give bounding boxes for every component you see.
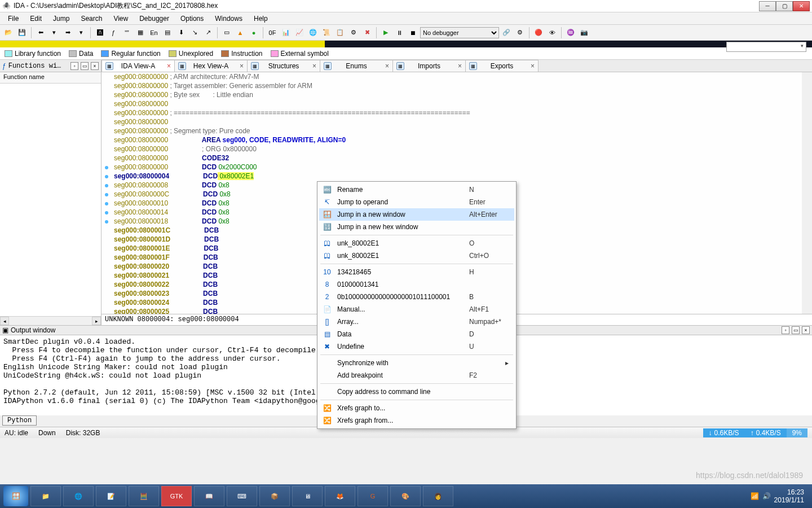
tab-enums[interactable]: ▦Enums× — [320, 60, 393, 72]
play-icon[interactable]: ▶ — [379, 27, 392, 39]
ctx-0b1000000000000000001011100001[interactable]: 20b1000000000000000001011100001B — [319, 291, 514, 303]
tb-ida[interactable]: 👩 — [423, 486, 453, 506]
pause-icon[interactable]: ⏸ — [393, 27, 405, 39]
ctx-copy-address-to-command-line[interactable]: Copy address to command line — [319, 386, 514, 398]
debugger-select[interactable]: No debugger — [420, 27, 499, 38]
tb-calc[interactable]: 🧮 — [129, 486, 159, 506]
functions-icon[interactable]: ƒ — [107, 27, 120, 39]
hex-icon[interactable]: 0F — [266, 27, 279, 39]
cancel-icon[interactable]: ✖ — [361, 27, 373, 39]
tab-structures[interactable]: ▦Structures× — [247, 60, 320, 72]
tab-close-icon[interactable]: × — [312, 62, 316, 70]
ctx-add-breakpoint[interactable]: Add breakpointF2 — [319, 369, 514, 382]
tab-exports[interactable]: ▦Exports× — [465, 60, 539, 72]
disasm-line[interactable]: seg000:08000004 DCD 0x80002E1 — [102, 172, 802, 181]
tb-explorer[interactable]: 📁 — [30, 486, 61, 506]
ctx-134218465[interactable]: 10134218465H — [319, 266, 514, 278]
exec-icon[interactable]: ⚙ — [347, 27, 360, 39]
output-float-icon[interactable]: ▭ — [792, 326, 800, 334]
maximize-button[interactable]: ▢ — [776, 1, 793, 11]
save-icon[interactable]: 💾 — [16, 27, 28, 39]
ctx-jump-in-a-new-window[interactable]: 🪟Jump in a new windowAlt+Enter — [319, 208, 514, 221]
ctx-jump-in-a-new-hex-window[interactable]: 🔢Jump in a new hex window — [319, 221, 514, 233]
trace-icon[interactable]: ♒ — [564, 27, 577, 39]
tb-vbox[interactable]: 📦 — [259, 486, 290, 506]
options-icon[interactable]: ⚙ — [514, 27, 526, 39]
bytes-icon[interactable]: 📊 — [280, 27, 292, 39]
disasm-line[interactable]: seg000:08000000 ; ======================… — [102, 108, 802, 117]
tab-imports[interactable]: ▦Imports× — [392, 60, 466, 72]
disasm-line[interactable]: seg000:08000000 ; ORG 0x8000000 — [102, 144, 802, 154]
ctx-unk-80002e1[interactable]: 🕮unk_80002E1Ctrl+O — [319, 249, 514, 262]
tab-close-icon[interactable]: × — [240, 62, 244, 70]
segments-icon[interactable]: ▤ — [161, 27, 174, 39]
record-icon[interactable]: ● — [248, 27, 260, 39]
functions-column-header[interactable]: Function name — [0, 72, 101, 84]
tb-foxit[interactable]: 🦊 — [325, 486, 355, 506]
tab-close-icon[interactable]: × — [167, 62, 171, 70]
disasm-line[interactable]: seg000:08000000 ; ARM architecture: ARMv… — [102, 72, 802, 81]
down-icon[interactable]: ⬇ — [175, 27, 187, 39]
panel-close-icon[interactable]: × — [91, 62, 99, 70]
ctx-xrefs-graph-from-[interactable]: 🔀Xrefs graph from... — [319, 414, 514, 427]
names-icon[interactable]: 🅰 — [94, 27, 106, 39]
output-restore-icon[interactable]: ▫ — [782, 326, 789, 334]
watch-icon[interactable]: 👁 — [546, 27, 558, 39]
stop-icon[interactable]: ⏹ — [407, 27, 419, 39]
menu-options[interactable]: Options — [175, 14, 209, 24]
functions-list[interactable] — [0, 84, 101, 316]
menu-windows[interactable]: Windows — [209, 14, 248, 24]
overview-dropdown[interactable] — [726, 42, 806, 52]
panel-restore-icon[interactable]: ▫ — [70, 62, 78, 70]
functions-hscroll[interactable]: ◂ ▸ — [0, 316, 101, 325]
ctx-synchronize-with[interactable]: Synchronize with▸ — [319, 357, 514, 369]
python-tab[interactable]: Python — [2, 415, 37, 426]
tab-close-icon[interactable]: × — [531, 62, 535, 70]
close-button[interactable]: ✕ — [793, 1, 810, 11]
back-more-icon[interactable]: ▾ — [48, 27, 60, 39]
disasm-line[interactable]: seg000:08000000 ; Target assembler: Gene… — [102, 81, 802, 90]
menu-jump[interactable]: Jump — [47, 14, 75, 24]
vscrollbar[interactable] — [802, 72, 812, 314]
scroll-right-icon[interactable]: ▸ — [92, 317, 101, 325]
ctx-xrefs-graph-to-[interactable]: 🔀Xrefs graph to... — [319, 402, 514, 414]
ctx-array-[interactable]: []Array...Numpad+* — [319, 316, 514, 328]
menu-edit[interactable]: Edit — [24, 14, 47, 24]
breakpoints-icon[interactable]: 🔴 — [532, 27, 545, 39]
enums-icon[interactable]: En — [148, 27, 160, 39]
attach-icon[interactable]: 🔗 — [500, 27, 513, 39]
tb-monitor[interactable]: 🖥 — [292, 486, 323, 506]
tab-close-icon[interactable]: × — [385, 62, 389, 70]
disasm-line[interactable]: seg000:08000000 — [102, 99, 802, 108]
tab-ida-view-a[interactable]: ▦IDA View-A× — [102, 60, 175, 72]
clipboard-icon[interactable]: 📋 — [334, 27, 346, 39]
minimize-button[interactable]: ─ — [759, 1, 776, 11]
overview-band[interactable] — [0, 41, 812, 47]
menu-view[interactable]: View — [108, 14, 134, 24]
ctx-rename[interactable]: 🔤RenameN — [319, 183, 514, 196]
disasm-line[interactable]: seg000:08000000 AREA seg000, CODE, READW… — [102, 135, 802, 144]
ctx-undefine[interactable]: ✖UndefineU — [319, 340, 514, 353]
tab-close-icon[interactable]: × — [458, 62, 462, 70]
tray-sound-icon[interactable]: 🔊 — [762, 492, 771, 500]
tb-terminal[interactable]: ⌨ — [227, 486, 257, 506]
chart-icon[interactable]: 📈 — [293, 27, 306, 39]
warn-icon[interactable]: ▲ — [234, 27, 246, 39]
disasm-line[interactable]: seg000:08000000 DCD 0x2000C000 — [102, 163, 802, 172]
functions-panel-header[interactable]: ƒ Functions wi… ▫ ▭ × — [0, 60, 101, 72]
menu-file[interactable]: File — [2, 14, 24, 24]
ctx-jump-to-operand[interactable]: ↸Jump to operandEnter — [319, 196, 514, 208]
forward-icon[interactable]: ➡ — [61, 27, 74, 39]
strings-icon[interactable]: "” — [121, 27, 133, 39]
menu-debugger[interactable]: Debugger — [134, 14, 175, 24]
ctx-01000001341[interactable]: 801000001341 — [319, 278, 514, 291]
tb-gtk[interactable]: GTK — [161, 486, 192, 506]
xref-to-icon[interactable]: ↘ — [188, 27, 201, 39]
open-icon[interactable]: 📂 — [2, 27, 15, 39]
panel-float-icon[interactable]: ▭ — [81, 62, 89, 70]
tb-notepad[interactable]: 📝 — [96, 486, 126, 506]
script-icon[interactable]: 📜 — [320, 27, 333, 39]
disasm-line[interactable]: seg000:08000000 ; Byte sex : Little endi… — [102, 90, 802, 99]
rect-icon[interactable]: ▭ — [220, 27, 233, 39]
output-close-icon[interactable]: × — [802, 326, 810, 334]
